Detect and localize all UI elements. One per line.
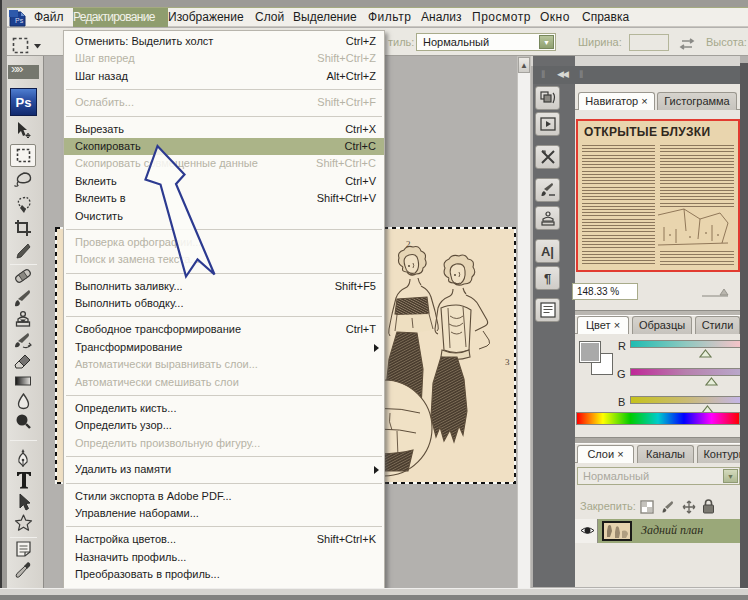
svg-text:Ps: Ps [15, 17, 24, 24]
